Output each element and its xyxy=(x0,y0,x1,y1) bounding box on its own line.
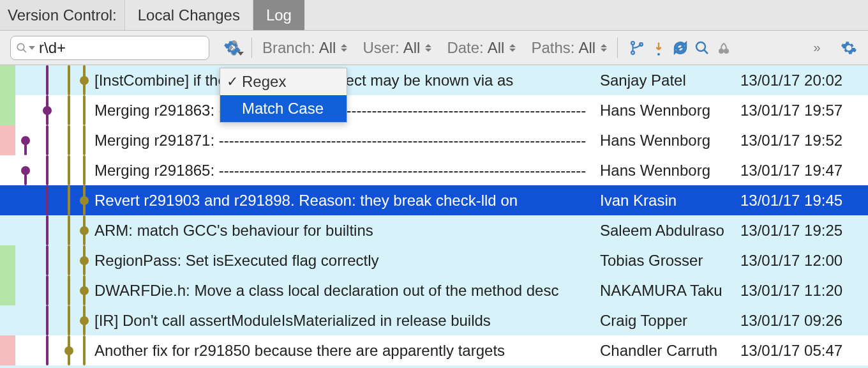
tab-log[interactable]: Log xyxy=(253,0,304,30)
commit-row[interactable]: [IR] Don't call assertModuleIsMaterializ… xyxy=(0,305,868,335)
date-filter[interactable]: Date: All xyxy=(447,39,516,57)
commit-date: 13/01/17 19:25 xyxy=(740,222,868,240)
commit-row[interactable]: Revert r291903 and r291898. Reason: they… xyxy=(0,185,868,215)
branch-filter-value: All xyxy=(319,39,336,57)
commit-log[interactable]: [InstCombine] if the condition of a sele… xyxy=(0,65,868,368)
settings-gear-icon[interactable] xyxy=(840,39,858,57)
gutter xyxy=(0,335,15,365)
user-filter[interactable]: User: All xyxy=(363,39,431,57)
commit-graph xyxy=(15,65,92,95)
dropdown-item-label: Match Case xyxy=(242,100,324,118)
updown-icon xyxy=(601,44,607,52)
user-filter-label: User: xyxy=(363,39,399,57)
svg-point-5 xyxy=(696,42,705,51)
search-input[interactable] xyxy=(39,39,230,57)
cherry-pick-icon[interactable] xyxy=(715,39,733,57)
commit-row[interactable]: RegionPass: Set isExecuted flag correctl… xyxy=(0,245,868,275)
commit-author: Chandler Carruth xyxy=(600,342,740,360)
check-icon: ✓ xyxy=(227,73,242,90)
updown-icon xyxy=(341,44,347,52)
updown-icon xyxy=(509,44,516,52)
log-toolbar: ✕ Branch: All User: All Date: All Paths:… xyxy=(0,31,868,65)
commit-graph xyxy=(15,155,92,185)
svg-point-3 xyxy=(631,51,634,54)
commit-date: 13/01/17 11:20 xyxy=(740,282,868,300)
commit-message: Merging r291871: -----------------------… xyxy=(92,132,600,150)
dropdown-item-match-case[interactable]: Match Case xyxy=(220,95,347,122)
commit-node-icon xyxy=(43,106,52,115)
zoom-icon[interactable] xyxy=(693,39,711,57)
commit-node-icon xyxy=(80,76,89,85)
commit-row[interactable]: ARM: match GCC's behaviour for builtinsS… xyxy=(0,215,868,245)
refresh-icon[interactable] xyxy=(671,39,689,57)
commit-author: Tobias Grosser xyxy=(600,252,740,270)
search-field[interactable]: ✕ xyxy=(10,36,209,60)
commit-node-icon xyxy=(21,166,30,175)
commit-message: ARM: match GCC's behaviour for builtins xyxy=(92,222,600,240)
separator xyxy=(251,38,252,58)
commit-author: Hans Wennborg xyxy=(600,102,740,119)
gutter xyxy=(0,65,15,95)
download-arrow-icon[interactable] xyxy=(650,39,668,57)
commit-node-icon xyxy=(80,226,89,235)
commit-message: RegionPass: Set isExecuted flag correctl… xyxy=(92,252,600,270)
commit-message: Another fix for r291850 because there ar… xyxy=(92,342,600,360)
paths-filter[interactable]: Paths: All xyxy=(531,39,607,57)
commit-row[interactable]: Merging r291871: -----------------------… xyxy=(0,125,868,155)
user-filter-value: All xyxy=(403,39,421,57)
date-filter-label: Date: xyxy=(447,39,483,57)
date-filter-value: All xyxy=(488,39,505,57)
commit-node-icon xyxy=(80,316,89,325)
commit-author: Craig Topper xyxy=(600,312,740,330)
dropdown-item-label: Regex xyxy=(242,73,286,91)
paths-filter-label: Paths: xyxy=(531,39,574,57)
commit-message: DWARFDie.h: Move a class local declarati… xyxy=(92,282,600,300)
commit-node-icon xyxy=(80,256,89,265)
separator xyxy=(617,38,618,58)
commit-row[interactable]: Another fix for r291850 because there ar… xyxy=(0,335,868,365)
commit-row[interactable]: Merging r291863: -----------------------… xyxy=(0,95,868,125)
commit-date: 13/01/17 20:02 xyxy=(740,72,868,89)
commit-author: Sanjay Patel xyxy=(600,72,740,89)
branch-filter-label: Branch: xyxy=(262,39,315,57)
commit-graph xyxy=(15,275,92,305)
svg-line-6 xyxy=(704,50,708,54)
commit-date: 13/01/17 19:47 xyxy=(740,162,868,180)
commit-row[interactable]: [InstCombine] if the condition of a sele… xyxy=(0,65,868,95)
gutter xyxy=(0,215,15,245)
branch-filter[interactable]: Branch: All xyxy=(262,39,347,57)
commit-message: Merging r291865: -----------------------… xyxy=(92,162,600,180)
svg-point-7 xyxy=(719,49,724,54)
search-options-gear-icon[interactable] xyxy=(223,39,241,57)
commit-graph xyxy=(15,305,92,335)
commit-graph xyxy=(15,125,92,155)
more-icon[interactable]: » xyxy=(808,39,826,57)
commit-node-icon xyxy=(80,196,89,205)
gutter xyxy=(0,125,15,155)
commit-row[interactable]: DWARFDie.h: Move a class local declarati… xyxy=(0,275,868,305)
commit-graph xyxy=(15,95,92,125)
gutter xyxy=(0,275,15,305)
paths-filter-value: All xyxy=(579,39,596,57)
commit-date: 13/01/17 09:26 xyxy=(740,312,868,330)
tabs-bar: Version Control: Local Changes Log xyxy=(0,0,868,31)
commit-node-icon xyxy=(80,286,89,295)
search-history-caret-icon[interactable] xyxy=(29,46,35,50)
commit-author: Ivan Krasin xyxy=(600,192,740,210)
gutter xyxy=(0,185,15,215)
search-icon xyxy=(16,42,27,54)
svg-point-0 xyxy=(17,43,24,50)
tab-local-changes[interactable]: Local Changes xyxy=(125,0,253,30)
commit-author: Hans Wennborg xyxy=(600,132,740,150)
commit-graph xyxy=(15,215,92,245)
branches-icon[interactable] xyxy=(628,39,646,57)
gutter xyxy=(0,155,15,185)
commit-author: Hans Wennborg xyxy=(600,162,740,180)
commit-node-icon xyxy=(21,136,30,145)
commit-date: 13/01/17 12:00 xyxy=(740,252,868,270)
commit-message: [IR] Don't call assertModuleIsMaterializ… xyxy=(92,312,600,330)
gutter xyxy=(0,245,15,275)
commit-row[interactable]: Merging r291865: -----------------------… xyxy=(0,155,868,185)
commit-graph xyxy=(15,245,92,275)
dropdown-item-regex[interactable]: ✓ Regex xyxy=(220,68,347,95)
